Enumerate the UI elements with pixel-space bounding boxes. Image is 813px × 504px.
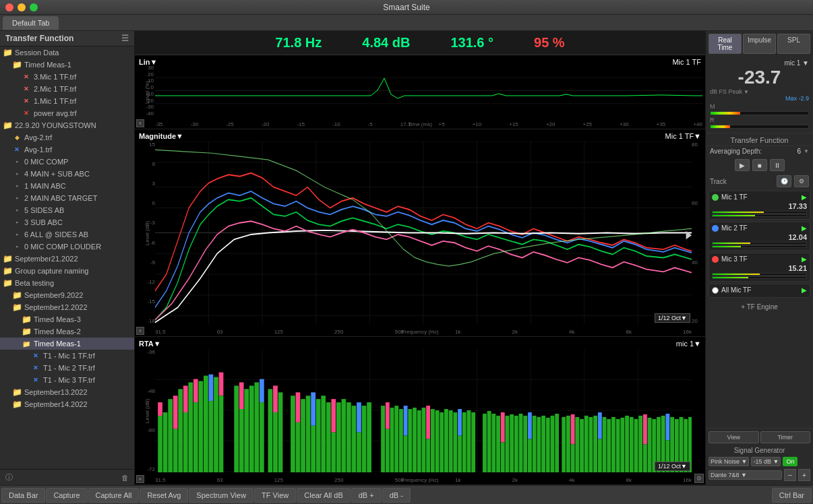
magnitude-svg: [155, 141, 692, 324]
svg-rect-36: [158, 402, 162, 416]
svg-rect-53: [219, 396, 224, 472]
sidebar-item-folder-timed2[interactable]: 📁Timed Meas-2: [0, 325, 134, 338]
realtime-btn[interactable]: Real Time: [709, 34, 742, 54]
sidebar-item-folder-timed3[interactable]: 📁Timed Meas-3: [0, 313, 134, 325]
sidebar-icon-folder-timed3: 📁: [22, 315, 31, 324]
data-bar-btn[interactable]: Data Bar: [1, 488, 45, 503]
pause-btn[interactable]: ⏸: [770, 159, 785, 171]
svg-rect-133: [571, 444, 575, 472]
sidebar-item-folder-sep12[interactable]: 📁September12.2022: [0, 301, 134, 313]
sidebar-menu-icon[interactable]: ☰: [121, 34, 129, 43]
sidebar-item-file-avg2[interactable]: ◆Avg-2.trf: [0, 131, 134, 144]
mic-play-2[interactable]: ▶: [802, 255, 807, 263]
close-icon[interactable]: [5, 3, 13, 11]
svg-rect-101: [435, 410, 440, 472]
sidebar-icon-file-4main: ▪: [12, 169, 22, 179]
sidebar-item-file-power[interactable]: ✕power avg.trf: [0, 107, 134, 119]
sidebar-item-file-1mic[interactable]: ✕1.Mic 1 TF.trf: [0, 95, 134, 107]
rta-settings-btn[interactable]: ⚙: [694, 474, 704, 483]
sig-minus-btn[interactable]: −: [784, 469, 796, 481]
sidebar-item-timed-meas-1-top[interactable]: 📁Timed Meas-1: [0, 59, 134, 71]
magnitude-title[interactable]: Magnitude▼: [139, 132, 183, 140]
track-clock-btn[interactable]: 🕐: [777, 175, 791, 187]
impulse-title[interactable]: Lin▼: [139, 58, 157, 66]
info-icon[interactable]: ⓘ: [5, 472, 13, 482]
sidebar-item-file-t1mic2[interactable]: ✕T1 - Mic 2 TF.trf: [0, 362, 134, 374]
mic-value-1: 12.04: [712, 233, 807, 241]
svg-rect-140: [598, 439, 602, 472]
timer-btn[interactable]: Timer: [760, 431, 811, 443]
main-container: Transfer Function ☰ 📁Session Data📁Timed …: [0, 31, 813, 485]
svg-rect-117: [505, 416, 509, 472]
sidebar-label-file-1main: 1 MAIN ABC: [24, 182, 66, 190]
rta-title[interactable]: RTA▼: [139, 340, 161, 348]
mic-play-3[interactable]: ▶: [802, 286, 807, 294]
db-plus-btn[interactable]: dB +: [351, 488, 382, 503]
sidebar-item-folder-sep14[interactable]: 📁September14.2022: [0, 398, 134, 410]
track-settings-btn[interactable]: ⚙: [794, 175, 809, 187]
rta-right-label[interactable]: mic 1▼: [676, 340, 701, 348]
reset-avg-btn[interactable]: Reset Avg: [140, 488, 188, 503]
sidebar-item-group-capture[interactable]: 📁Group capture naming: [0, 265, 134, 277]
svg-rect-37: [163, 412, 168, 472]
sidebar-item-file-2main[interactable]: ▪2 MAIN ABC TARGET: [0, 192, 134, 204]
sidebar-item-file-5sides[interactable]: ▪5 SIDES AB: [0, 204, 134, 216]
sig-level-select[interactable]: -15 dB ▼: [751, 457, 781, 466]
track-label: Track: [710, 178, 774, 185]
sidebar-item-folder-sep13[interactable]: 📁September13.2022: [0, 386, 134, 398]
sidebar-item-file-3mic[interactable]: ✕3.Mic 1 TF.trf: [0, 71, 134, 83]
default-tab[interactable]: Default Tab: [3, 16, 59, 30]
spl-btn[interactable]: SPL: [777, 34, 810, 54]
capture-btn[interactable]: Capture: [46, 488, 87, 503]
sidebar-label-file-1mic: 1.Mic 1 TF.trf: [34, 97, 76, 105]
sidebar-item-file-1main[interactable]: ▪1 MAIN ABC: [0, 180, 134, 192]
view-btn[interactable]: View: [709, 431, 759, 443]
avg-depth-select[interactable]: 6: [797, 148, 802, 155]
sidebar-item-folder-beta[interactable]: 📁Beta testing: [0, 277, 134, 289]
mag-close-btn[interactable]: ×: [136, 327, 144, 335]
sig-type-select[interactable]: Pink Noise ▼: [709, 457, 749, 466]
add-tf-engine-btn[interactable]: + TF Engine: [706, 300, 813, 313]
spectrum-view-btn[interactable]: Spectrum View: [189, 488, 253, 503]
sidebar-item-file-3sub[interactable]: ▪3 SUB ABC: [0, 216, 134, 228]
sidebar-item-file-6all[interactable]: ▪6 ALL @ SIDES AB: [0, 228, 134, 241]
sidebar-item-session-data[interactable]: 📁Session Data: [0, 46, 134, 59]
rta-close-btn[interactable]: ×: [136, 475, 144, 483]
sig-plus-btn[interactable]: +: [798, 469, 810, 481]
clear-all-db-btn[interactable]: Clear All dB: [297, 488, 350, 503]
impulse-close-btn[interactable]: ×: [136, 119, 144, 127]
mic-play-1[interactable]: ▶: [802, 224, 807, 232]
maximize-icon[interactable]: [30, 3, 38, 11]
sig-on-btn[interactable]: On: [783, 457, 797, 466]
sidebar-item-folder-timed1-sel[interactable]: 📁Timed Meas-1: [0, 338, 134, 350]
mic-play-0[interactable]: ▶: [802, 193, 807, 201]
minimize-icon[interactable]: [18, 3, 26, 11]
ctrl-bar-btn[interactable]: Ctrl Bar: [772, 488, 812, 503]
play-btn[interactable]: ▶: [735, 159, 750, 171]
impulse-btn[interactable]: Impulse: [743, 34, 776, 54]
stop-btn[interactable]: ■: [752, 159, 767, 171]
meter-value: -23.7: [710, 67, 809, 88]
sidebar-item-folder-sep21[interactable]: 📁September21.2022: [0, 253, 134, 265]
sidebar-item-file-avg1[interactable]: ✕Avg-1.trf: [0, 144, 134, 156]
rta-resolution[interactable]: 1/12 Oct▼: [655, 462, 690, 471]
tf-view-btn[interactable]: TF View: [254, 488, 296, 503]
sig-output-select[interactable]: Dante 7&8 ▼: [709, 470, 782, 480]
mic-select[interactable]: mic 1 ▼: [784, 59, 809, 67]
delete-icon[interactable]: 🗑: [121, 474, 129, 482]
svg-rect-120: [519, 414, 523, 472]
capture-all-btn[interactable]: Capture All: [88, 488, 140, 503]
sidebar-item-folder-sep9[interactable]: 📁September9.2022: [0, 289, 134, 301]
mag-resolution[interactable]: 1/12 Oct▼: [655, 313, 690, 323]
mic-bar-m-0: [712, 211, 807, 214]
sidebar-item-file-t1mic1[interactable]: ✕T1 - Mic 1 TF.trf: [0, 350, 134, 362]
sidebar-item-file-0miclouder[interactable]: ▪0 MIC COMP LOUDER: [0, 241, 134, 253]
db-minus-btn[interactable]: dB -: [382, 488, 411, 503]
rp-bottom: View Timer Signal Generator Pink Noise ▼…: [706, 428, 813, 485]
mic-cards: Mic 1 TF▶17.33Mic 2 TF▶12.04Mic 3 TF▶15.…: [706, 189, 813, 300]
sidebar-item-file-0mic[interactable]: ▪0 MIC COMP: [0, 156, 134, 168]
sidebar-item-file-t1mic3[interactable]: ✕T1 - Mic 3 TF.trf: [0, 374, 134, 386]
sidebar-item-file-2mic[interactable]: ✕2.Mic 1 TF.trf: [0, 83, 134, 95]
sidebar-item-file-4main[interactable]: ▪4 MAIN + SUB ABC: [0, 168, 134, 180]
sidebar-item-folder-youngstown[interactable]: 📁22.9.20 YOUNGSTOWN: [0, 119, 134, 131]
